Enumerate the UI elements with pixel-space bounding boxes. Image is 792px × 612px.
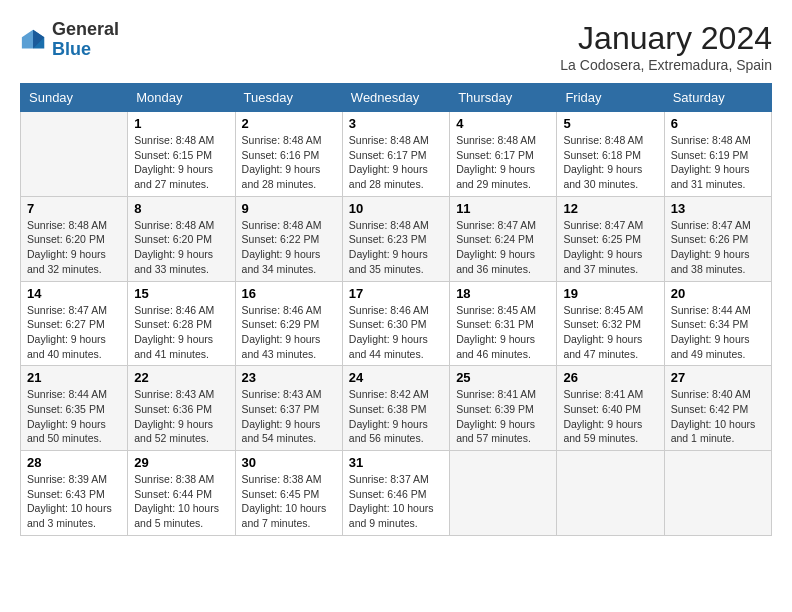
day-number: 21 xyxy=(27,370,121,385)
calendar-cell: 25Sunrise: 8:41 AMSunset: 6:39 PMDayligh… xyxy=(450,366,557,451)
weekday-header-monday: Monday xyxy=(128,84,235,112)
day-info: Sunrise: 8:48 AMSunset: 6:18 PMDaylight:… xyxy=(563,133,657,192)
calendar-cell: 6Sunrise: 8:48 AMSunset: 6:19 PMDaylight… xyxy=(664,112,771,197)
calendar-cell: 1Sunrise: 8:48 AMSunset: 6:15 PMDaylight… xyxy=(128,112,235,197)
calendar-cell: 27Sunrise: 8:40 AMSunset: 6:42 PMDayligh… xyxy=(664,366,771,451)
calendar-cell xyxy=(557,451,664,536)
day-number: 11 xyxy=(456,201,550,216)
day-info: Sunrise: 8:48 AMSunset: 6:19 PMDaylight:… xyxy=(671,133,765,192)
day-number: 17 xyxy=(349,286,443,301)
title-block: January 2024 La Codosera, Extremadura, S… xyxy=(560,20,772,73)
day-info: Sunrise: 8:41 AMSunset: 6:40 PMDaylight:… xyxy=(563,387,657,446)
calendar-body: 1Sunrise: 8:48 AMSunset: 6:15 PMDaylight… xyxy=(21,112,772,536)
calendar-cell xyxy=(21,112,128,197)
weekday-header-friday: Friday xyxy=(557,84,664,112)
week-row-1: 1Sunrise: 8:48 AMSunset: 6:15 PMDaylight… xyxy=(21,112,772,197)
day-number: 30 xyxy=(242,455,336,470)
day-info: Sunrise: 8:46 AMSunset: 6:28 PMDaylight:… xyxy=(134,303,228,362)
day-info: Sunrise: 8:48 AMSunset: 6:23 PMDaylight:… xyxy=(349,218,443,277)
calendar-cell: 31Sunrise: 8:37 AMSunset: 6:46 PMDayligh… xyxy=(342,451,449,536)
calendar-cell: 8Sunrise: 8:48 AMSunset: 6:20 PMDaylight… xyxy=(128,196,235,281)
day-info: Sunrise: 8:47 AMSunset: 6:27 PMDaylight:… xyxy=(27,303,121,362)
day-info: Sunrise: 8:40 AMSunset: 6:42 PMDaylight:… xyxy=(671,387,765,446)
calendar-cell: 23Sunrise: 8:43 AMSunset: 6:37 PMDayligh… xyxy=(235,366,342,451)
day-number: 19 xyxy=(563,286,657,301)
day-number: 27 xyxy=(671,370,765,385)
day-number: 14 xyxy=(27,286,121,301)
day-info: Sunrise: 8:45 AMSunset: 6:32 PMDaylight:… xyxy=(563,303,657,362)
logo-icon xyxy=(20,26,48,54)
calendar-cell: 11Sunrise: 8:47 AMSunset: 6:24 PMDayligh… xyxy=(450,196,557,281)
calendar-cell: 29Sunrise: 8:38 AMSunset: 6:44 PMDayligh… xyxy=(128,451,235,536)
day-number: 1 xyxy=(134,116,228,131)
calendar-cell xyxy=(450,451,557,536)
week-row-2: 7Sunrise: 8:48 AMSunset: 6:20 PMDaylight… xyxy=(21,196,772,281)
calendar-table: SundayMondayTuesdayWednesdayThursdayFrid… xyxy=(20,83,772,536)
calendar-cell: 20Sunrise: 8:44 AMSunset: 6:34 PMDayligh… xyxy=(664,281,771,366)
day-info: Sunrise: 8:44 AMSunset: 6:34 PMDaylight:… xyxy=(671,303,765,362)
day-info: Sunrise: 8:38 AMSunset: 6:44 PMDaylight:… xyxy=(134,472,228,531)
calendar-subtitle: La Codosera, Extremadura, Spain xyxy=(560,57,772,73)
calendar-cell: 24Sunrise: 8:42 AMSunset: 6:38 PMDayligh… xyxy=(342,366,449,451)
day-info: Sunrise: 8:48 AMSunset: 6:17 PMDaylight:… xyxy=(456,133,550,192)
weekday-header-wednesday: Wednesday xyxy=(342,84,449,112)
day-info: Sunrise: 8:42 AMSunset: 6:38 PMDaylight:… xyxy=(349,387,443,446)
calendar-cell: 14Sunrise: 8:47 AMSunset: 6:27 PMDayligh… xyxy=(21,281,128,366)
day-number: 16 xyxy=(242,286,336,301)
logo-general: General xyxy=(52,19,119,39)
calendar-cell: 22Sunrise: 8:43 AMSunset: 6:36 PMDayligh… xyxy=(128,366,235,451)
day-info: Sunrise: 8:47 AMSunset: 6:25 PMDaylight:… xyxy=(563,218,657,277)
calendar-cell: 19Sunrise: 8:45 AMSunset: 6:32 PMDayligh… xyxy=(557,281,664,366)
calendar-cell: 9Sunrise: 8:48 AMSunset: 6:22 PMDaylight… xyxy=(235,196,342,281)
day-number: 5 xyxy=(563,116,657,131)
day-info: Sunrise: 8:38 AMSunset: 6:45 PMDaylight:… xyxy=(242,472,336,531)
calendar-cell: 21Sunrise: 8:44 AMSunset: 6:35 PMDayligh… xyxy=(21,366,128,451)
day-number: 2 xyxy=(242,116,336,131)
week-row-5: 28Sunrise: 8:39 AMSunset: 6:43 PMDayligh… xyxy=(21,451,772,536)
calendar-cell: 5Sunrise: 8:48 AMSunset: 6:18 PMDaylight… xyxy=(557,112,664,197)
day-number: 20 xyxy=(671,286,765,301)
day-info: Sunrise: 8:48 AMSunset: 6:20 PMDaylight:… xyxy=(134,218,228,277)
day-number: 13 xyxy=(671,201,765,216)
day-info: Sunrise: 8:46 AMSunset: 6:30 PMDaylight:… xyxy=(349,303,443,362)
day-info: Sunrise: 8:48 AMSunset: 6:15 PMDaylight:… xyxy=(134,133,228,192)
day-number: 18 xyxy=(456,286,550,301)
calendar-cell: 12Sunrise: 8:47 AMSunset: 6:25 PMDayligh… xyxy=(557,196,664,281)
day-number: 23 xyxy=(242,370,336,385)
day-info: Sunrise: 8:45 AMSunset: 6:31 PMDaylight:… xyxy=(456,303,550,362)
weekday-row: SundayMondayTuesdayWednesdayThursdayFrid… xyxy=(21,84,772,112)
calendar-cell: 18Sunrise: 8:45 AMSunset: 6:31 PMDayligh… xyxy=(450,281,557,366)
calendar-cell: 13Sunrise: 8:47 AMSunset: 6:26 PMDayligh… xyxy=(664,196,771,281)
calendar-cell: 2Sunrise: 8:48 AMSunset: 6:16 PMDaylight… xyxy=(235,112,342,197)
day-info: Sunrise: 8:48 AMSunset: 6:17 PMDaylight:… xyxy=(349,133,443,192)
day-number: 28 xyxy=(27,455,121,470)
day-number: 22 xyxy=(134,370,228,385)
day-number: 4 xyxy=(456,116,550,131)
day-number: 15 xyxy=(134,286,228,301)
day-number: 25 xyxy=(456,370,550,385)
week-row-3: 14Sunrise: 8:47 AMSunset: 6:27 PMDayligh… xyxy=(21,281,772,366)
day-info: Sunrise: 8:48 AMSunset: 6:22 PMDaylight:… xyxy=(242,218,336,277)
calendar-cell: 17Sunrise: 8:46 AMSunset: 6:30 PMDayligh… xyxy=(342,281,449,366)
calendar-cell: 10Sunrise: 8:48 AMSunset: 6:23 PMDayligh… xyxy=(342,196,449,281)
calendar-cell: 26Sunrise: 8:41 AMSunset: 6:40 PMDayligh… xyxy=(557,366,664,451)
calendar-cell xyxy=(664,451,771,536)
day-info: Sunrise: 8:46 AMSunset: 6:29 PMDaylight:… xyxy=(242,303,336,362)
calendar-cell: 7Sunrise: 8:48 AMSunset: 6:20 PMDaylight… xyxy=(21,196,128,281)
day-number: 6 xyxy=(671,116,765,131)
logo: General Blue xyxy=(20,20,119,60)
day-info: Sunrise: 8:47 AMSunset: 6:26 PMDaylight:… xyxy=(671,218,765,277)
day-number: 24 xyxy=(349,370,443,385)
calendar-header: SundayMondayTuesdayWednesdayThursdayFrid… xyxy=(21,84,772,112)
calendar-cell: 4Sunrise: 8:48 AMSunset: 6:17 PMDaylight… xyxy=(450,112,557,197)
day-number: 12 xyxy=(563,201,657,216)
day-number: 31 xyxy=(349,455,443,470)
day-info: Sunrise: 8:39 AMSunset: 6:43 PMDaylight:… xyxy=(27,472,121,531)
calendar-cell: 16Sunrise: 8:46 AMSunset: 6:29 PMDayligh… xyxy=(235,281,342,366)
day-info: Sunrise: 8:37 AMSunset: 6:46 PMDaylight:… xyxy=(349,472,443,531)
logo-blue-text: Blue xyxy=(52,39,91,59)
day-number: 8 xyxy=(134,201,228,216)
calendar-cell: 15Sunrise: 8:46 AMSunset: 6:28 PMDayligh… xyxy=(128,281,235,366)
weekday-header-sunday: Sunday xyxy=(21,84,128,112)
day-info: Sunrise: 8:47 AMSunset: 6:24 PMDaylight:… xyxy=(456,218,550,277)
